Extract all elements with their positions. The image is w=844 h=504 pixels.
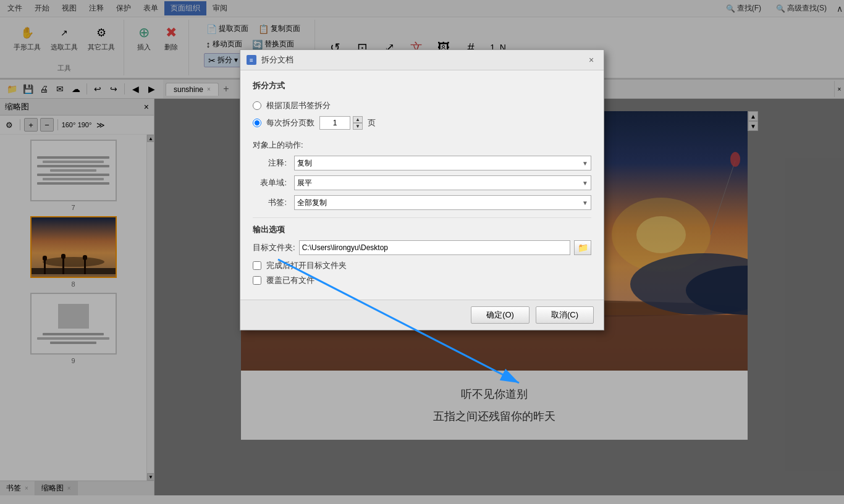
modal-footer: 确定(O) 取消(C) — [240, 300, 604, 330]
form-field-select[interactable]: 展平 ▼ — [294, 175, 591, 190]
split-document-modal: ≡ 拆分文档 × 拆分方式 根据顶层书签拆分 每次拆分页数 ▲ ▼ — [240, 49, 604, 330]
spinner-up[interactable]: ▲ — [353, 116, 363, 123]
overwrite-row: 覆盖已有文件 — [253, 275, 591, 286]
open-folder-checkbox[interactable] — [253, 261, 261, 270]
spinner-row: ▲ ▼ — [319, 116, 363, 130]
annotation-arrow: ▼ — [582, 160, 588, 167]
open-folder-row: 完成后打开目标文件夹 — [253, 260, 591, 271]
spinner-buttons: ▲ ▼ — [353, 116, 363, 130]
spinner-down[interactable]: ▼ — [353, 123, 363, 130]
annotation-row: 注释: 复制 ▼ — [253, 156, 591, 170]
annotation-select[interactable]: 复制 ▼ — [294, 156, 591, 170]
bookmark-arrow: ▼ — [582, 200, 588, 206]
modal-title: 拆分文档 — [261, 54, 580, 65]
bookmark-select[interactable]: 全部复制 ▼ — [294, 195, 591, 210]
modal-overlay: ≡ 拆分文档 × 拆分方式 根据顶层书签拆分 每次拆分页数 ▲ ▼ — [0, 0, 844, 504]
folder-icon: 📁 — [578, 243, 588, 253]
radio-row-2: 每次拆分页数 ▲ ▼ 页 — [253, 114, 591, 132]
ok-button[interactable]: 确定(O) — [471, 306, 530, 324]
bookmark-row: 书签: 全部复制 ▼ — [253, 195, 591, 210]
split-method-title: 拆分方式 — [253, 80, 591, 91]
modal-title-bar: ≡ 拆分文档 × — [240, 50, 604, 70]
modal-icon: ≡ — [247, 55, 256, 65]
pages-input[interactable] — [319, 116, 350, 130]
form-arrow: ▼ — [582, 180, 588, 187]
modal-close-btn[interactable]: × — [585, 54, 597, 66]
folder-path-input[interactable] — [299, 240, 570, 255]
output-title: 输出选项 — [253, 224, 591, 235]
overwrite-checkbox[interactable] — [253, 276, 261, 285]
output-section: 输出选项 目标文件夹: 📁 完成后打开目标文件夹 覆盖已有文件 — [253, 217, 591, 286]
radio-pages[interactable] — [253, 119, 261, 127]
path-row: 目标文件夹: 📁 — [253, 240, 591, 255]
actions-label: 对象上的动作: — [253, 140, 591, 151]
radio-bookmark[interactable] — [253, 101, 261, 110]
radio-row-1: 根据顶层书签拆分 — [253, 98, 591, 114]
browse-folder-btn[interactable]: 📁 — [574, 240, 591, 255]
form-field-row: 表单域: 展平 ▼ — [253, 175, 591, 190]
modal-body: 拆分方式 根据顶层书签拆分 每次拆分页数 ▲ ▼ 页 对象上的动作: — [240, 70, 604, 300]
cancel-button[interactable]: 取消(C) — [536, 306, 594, 324]
